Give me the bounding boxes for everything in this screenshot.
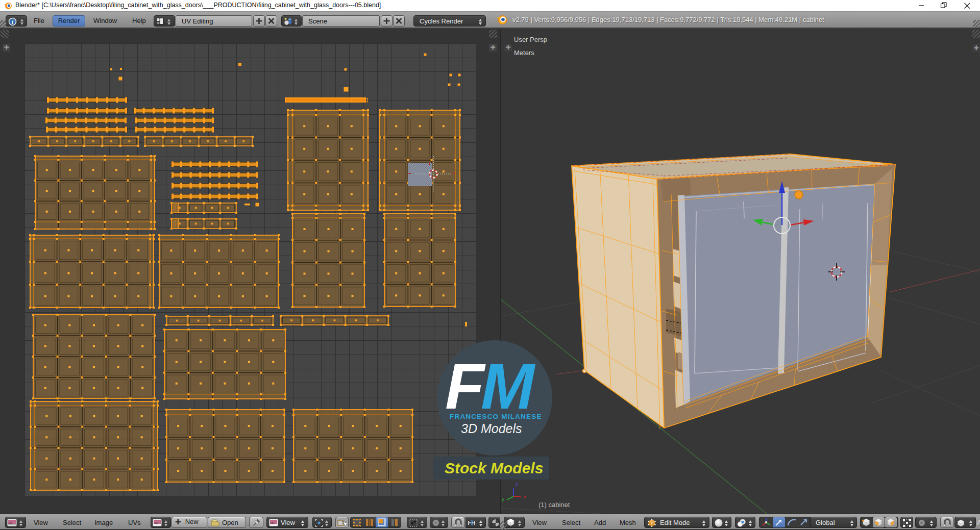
svg-text:x: x	[524, 494, 526, 499]
svg-text:y: y	[502, 497, 504, 502]
svg-text:z: z	[516, 482, 518, 487]
